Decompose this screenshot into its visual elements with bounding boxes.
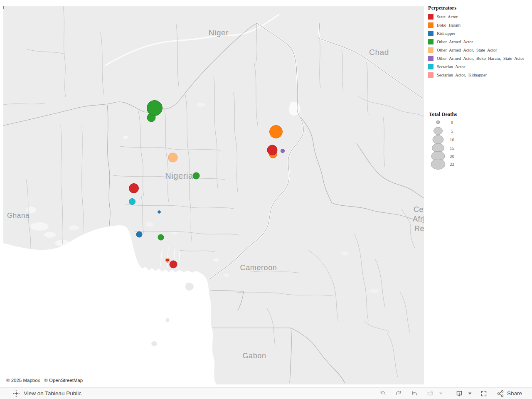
legend-swatch[interactable]	[428, 64, 433, 69]
revert-icon	[410, 389, 419, 398]
legend-item-label: Sectarian Actor, Kidnapper	[437, 73, 487, 77]
size-legend-value: 10	[450, 137, 455, 142]
map-mark-state-actor[interactable]	[170, 261, 177, 268]
size-legend-value: 0	[451, 120, 453, 125]
map-mark-state-actor[interactable]	[129, 184, 139, 193]
legend-item-boko-haram[interactable]: Boko Haram	[428, 21, 532, 29]
redo-button[interactable]	[391, 389, 406, 398]
map-mark-kidnapper[interactable]	[158, 211, 161, 214]
view-on-tableau-public[interactable]: View on Tableau Public	[12, 390, 81, 397]
mapbox-attribution-link[interactable]: © 2025 Mapbox	[6, 378, 40, 383]
country-label-african: African	[413, 215, 424, 223]
legend-item-other-armed-actor[interactable]: Other Armed Actor	[428, 37, 532, 46]
legend-swatch[interactable]	[428, 56, 433, 61]
size-legend: Total Deaths 0510152022	[429, 111, 532, 175]
map-mark-sectarian-actor[interactable]	[129, 199, 135, 205]
legend-item-label: Boko Haram	[437, 23, 461, 27]
legend-item-label: Other Armed Actor, State Actor	[437, 48, 497, 52]
legend-swatch[interactable]	[428, 72, 433, 78]
osm-attribution-link[interactable]: © OpenStreetMap	[44, 378, 83, 383]
map-attribution: © 2025 Mapbox© OpenStreetMap	[3, 377, 91, 384]
toolbar-separator	[447, 390, 447, 397]
download-caret-icon[interactable]	[468, 392, 472, 395]
map-mark-state-actor[interactable]	[166, 259, 169, 261]
legend-item-label: Other Armed Actor	[437, 39, 473, 44]
share-icon	[497, 389, 505, 398]
map-mark-state-actor[interactable]	[267, 145, 277, 155]
map-canvas[interactable]: NigerChadNigeriaGhanaCameroonGabonCentra…	[3, 6, 424, 384]
refresh-icon	[426, 389, 434, 398]
share-button-label: Share	[507, 390, 522, 397]
country-label-chad: Chad	[369, 48, 389, 57]
perpetrators-legend-items: State ActorBoko HaramKidnapperOther Arme…	[428, 12, 532, 79]
map-corner-tick	[3, 6, 4, 9]
size-legend-circle-5	[434, 127, 443, 135]
size-legend-title: Total Deaths	[429, 111, 532, 118]
country-label-ghana: Ghana	[7, 212, 30, 219]
revert-button[interactable]	[406, 389, 422, 398]
refresh-button[interactable]	[422, 389, 438, 398]
legend-swatch[interactable]	[428, 47, 433, 53]
map-mark-other-armed-actor-boko-haram-state-actor[interactable]	[281, 149, 285, 153]
map-mark-other-armed-actor[interactable]	[147, 101, 163, 116]
legend-swatch[interactable]	[428, 39, 433, 44]
country-label-central: Central	[414, 205, 424, 214]
download-icon	[455, 389, 463, 398]
legend-item-sectarian-actor[interactable]: Sectarian Actor	[428, 62, 532, 71]
legend-item-state-actor[interactable]: State Actor	[428, 12, 532, 21]
legend-item-label: Other Armed Actor, Boko Haram, State Act…	[437, 56, 524, 61]
perpetrators-legend-title: Perpetrators	[428, 5, 532, 11]
legend-item-label: State Actor	[437, 15, 458, 19]
legend-swatch[interactable]	[428, 14, 433, 20]
map-mark-boko-haram[interactable]	[270, 126, 283, 138]
size-legend-value: 5	[451, 128, 453, 133]
size-legend-value: 20	[450, 154, 455, 159]
size-legend-value: 15	[450, 145, 455, 150]
country-label-republic: Republic	[414, 224, 424, 233]
legend-swatch[interactable]	[428, 31, 433, 36]
legend-swatch[interactable]	[428, 22, 433, 28]
country-label-nigeria: Nigeria	[165, 171, 193, 180]
toolbar-actions: Share	[375, 389, 522, 398]
country-label-gabon: Gabon	[242, 352, 266, 360]
undo-button[interactable]	[375, 389, 391, 398]
legend-item-label: Sectarian Actor	[437, 64, 465, 69]
size-legend-value: 22	[450, 162, 454, 167]
map-viewport[interactable]: NigerChadNigeriaGhanaCameroonGabonCentra…	[3, 6, 424, 384]
fullscreen-icon	[480, 389, 488, 398]
perpetrators-legend: Perpetrators State ActorBoko HaramKidnap…	[428, 5, 532, 79]
size-legend-circle-0	[436, 121, 440, 124]
map-mark-other-armed-actor-state-actor[interactable]	[168, 153, 177, 162]
map-mark-other-armed-actor[interactable]	[158, 234, 164, 240]
map-mark-kidnapper[interactable]	[136, 232, 142, 237]
tableau-logo-icon	[12, 390, 20, 397]
fullscreen-button[interactable]	[476, 389, 492, 398]
redo-icon	[394, 389, 403, 398]
size-legend-circle-22	[431, 159, 445, 170]
refresh-caret-icon[interactable]	[439, 392, 443, 395]
legend-item-kidnapper[interactable]: Kidnapper	[428, 29, 532, 37]
share-button[interactable]: Share	[497, 389, 522, 398]
legend-item-sectarian-actor-kidnapper[interactable]: Sectarian Actor, Kidnapper	[428, 71, 532, 79]
undo-icon	[379, 389, 387, 398]
map-mark-other-armed-actor[interactable]	[193, 172, 200, 179]
tableau-toolbar: View on Tableau Public	[0, 387, 532, 399]
size-legend-circle-10	[433, 135, 443, 144]
size-legend-scale: 0510152022	[429, 119, 479, 173]
country-label-cameroon: Cameroon	[240, 264, 277, 272]
legend-item-other-armed-actor-state-actor[interactable]: Other Armed Actor, State Actor	[428, 46, 532, 54]
view-on-tableau-public-label: View on Tableau Public	[24, 390, 81, 397]
download-button[interactable]	[451, 389, 467, 398]
country-label-niger: Niger	[209, 28, 229, 37]
legend-item-label: Kidnapper	[437, 31, 455, 36]
legend-item-other-armed-actor-boko-haram-state-actor[interactable]: Other Armed Actor, Boko Haram, State Act…	[428, 54, 532, 62]
